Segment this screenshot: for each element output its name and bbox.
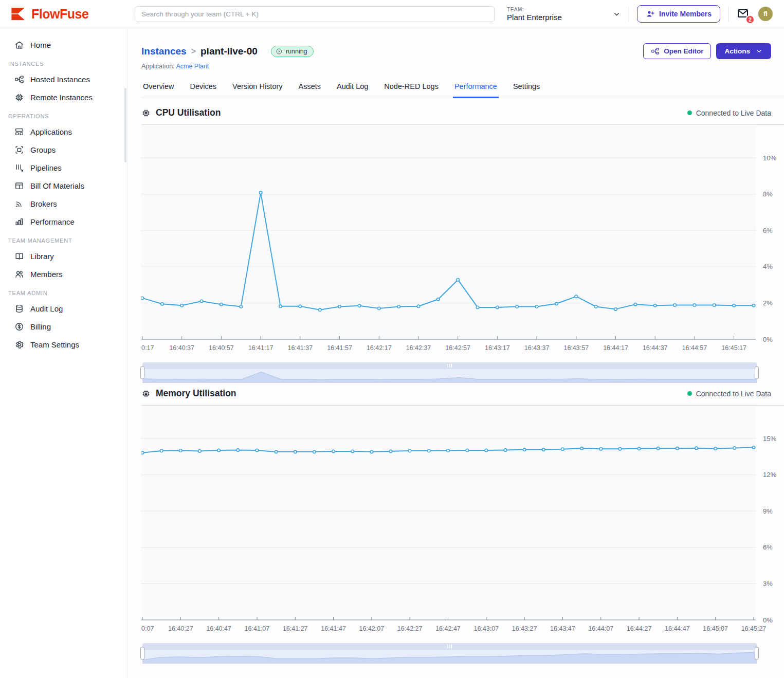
sidebar-item-audit-log[interactable]: Audit Log <box>0 300 127 318</box>
tab-audit-log[interactable]: Audit Log <box>335 78 370 98</box>
svg-text:16:42:07: 16:42:07 <box>359 625 385 632</box>
data-point <box>259 191 262 194</box>
sidebar-item-applications[interactable]: Applications <box>0 123 127 141</box>
data-point <box>409 449 411 452</box>
data-point <box>752 304 755 307</box>
bar-chart-icon <box>14 217 24 227</box>
data-point <box>614 308 617 310</box>
navigator-left-handle[interactable] <box>140 367 144 379</box>
cpu-chip-icon <box>141 108 151 118</box>
data-point <box>217 449 220 451</box>
notification-badge: 2 <box>745 15 755 24</box>
live-status-dot <box>687 391 692 396</box>
sidebar-item-remote-instances[interactable]: Remote Instances <box>0 88 127 106</box>
sidebar-item-label: Remote Instances <box>30 93 93 102</box>
data-point <box>313 450 316 453</box>
navigator-left-handle[interactable] <box>140 647 144 660</box>
cpu-chart-navigator[interactable] <box>142 362 757 383</box>
sidebar-scrollbar[interactable] <box>124 88 126 162</box>
tab-overview[interactable]: Overview <box>141 78 175 98</box>
sidebar-item-hosted-instances[interactable]: Hosted Instances <box>0 70 127 88</box>
chip-icon <box>14 93 24 102</box>
data-point <box>575 295 577 298</box>
data-point <box>634 303 636 306</box>
groups-icon <box>14 145 24 155</box>
invite-members-button[interactable]: Invite Members <box>637 5 720 23</box>
svg-text:16:44:07: 16:44:07 <box>588 625 613 632</box>
svg-text:8%: 8% <box>763 190 773 198</box>
navigator-window[interactable] <box>142 650 757 664</box>
svg-text:16:41:07: 16:41:07 <box>245 625 270 632</box>
data-point <box>389 450 392 452</box>
svg-text:16:43:27: 16:43:27 <box>512 625 537 632</box>
tab-performance[interactable]: Performance <box>453 78 499 98</box>
tab-settings[interactable]: Settings <box>512 78 541 98</box>
tab-devices[interactable]: Devices <box>188 78 218 98</box>
notifications-button[interactable]: 2 <box>736 7 751 21</box>
svg-text:16:41:17: 16:41:17 <box>248 344 274 352</box>
sidebar-item-label: Groups <box>30 145 56 154</box>
svg-text:16:40:37: 16:40:37 <box>169 344 194 352</box>
data-point <box>338 305 341 308</box>
sidebar-item-team-settings[interactable]: Team Settings <box>0 336 127 354</box>
users-icon <box>14 269 24 279</box>
avatar[interactable]: fl <box>758 7 773 21</box>
tab-node-red-logs[interactable]: Node-RED Logs <box>382 78 440 98</box>
svg-text:0:07: 0:07 <box>141 625 154 632</box>
data-point <box>673 304 676 306</box>
data-point <box>714 447 717 450</box>
data-point <box>752 446 755 449</box>
data-point <box>457 279 459 281</box>
flowfuse-logo-icon <box>10 6 27 22</box>
data-point <box>447 449 449 452</box>
svg-text:4%: 4% <box>763 263 773 270</box>
svg-text:12%: 12% <box>763 471 776 479</box>
navigator-right-handle[interactable] <box>755 367 759 379</box>
logo-text: FlowFuse <box>31 7 88 22</box>
flowfuse-logo[interactable]: FlowFuse <box>10 6 135 22</box>
actions-button[interactable]: Actions <box>716 43 771 59</box>
svg-text:0:17: 0:17 <box>141 344 154 352</box>
tab-assets[interactable]: Assets <box>297 78 323 98</box>
top-header: FlowFuse TEAM: Plant Enterprise Invite M… <box>0 0 784 28</box>
memory-chart-navigator[interactable] <box>142 643 757 664</box>
breadcrumb-instances-link[interactable]: Instances <box>141 46 187 57</box>
sidebar-item-members[interactable]: Members <box>0 265 127 283</box>
sidebar-item-brokers[interactable]: Brokers <box>0 195 127 213</box>
home-icon <box>14 40 24 50</box>
sidebar-item-billing[interactable]: Billing <box>0 318 127 336</box>
navigator-window[interactable] <box>142 369 757 383</box>
data-point <box>378 307 380 309</box>
sidebar-item-bill-of-materials[interactable]: Bill Of Materials <box>0 177 127 195</box>
navigator-right-handle[interactable] <box>755 647 759 660</box>
sidebar-section-operations: OPERATIONS <box>0 106 127 123</box>
cpu-utilisation-panel: CPU Utilisation Connected to Live Data 0… <box>141 105 784 383</box>
sidebar-item-performance[interactable]: Performance <box>0 213 127 231</box>
data-point <box>437 298 440 301</box>
data-point <box>595 305 597 308</box>
pipelines-icon <box>14 163 24 173</box>
svg-text:6%: 6% <box>763 227 773 234</box>
svg-text:16:44:27: 16:44:27 <box>627 625 652 632</box>
sidebar-item-pipelines[interactable]: Pipelines <box>0 159 127 177</box>
sidebar-item-groups[interactable]: Groups <box>0 141 127 159</box>
search-input[interactable] <box>135 6 495 22</box>
svg-text:16:41:27: 16:41:27 <box>283 625 308 632</box>
data-point <box>161 303 163 305</box>
data-point <box>693 304 696 306</box>
svg-text:16:41:57: 16:41:57 <box>327 344 352 352</box>
data-point <box>294 450 297 453</box>
application-link[interactable]: Acme Plant <box>176 63 209 70</box>
data-point <box>580 447 583 450</box>
hosted-instances-icon <box>14 75 24 84</box>
open-editor-button[interactable]: Open Editor <box>643 43 711 59</box>
sidebar-item-home[interactable]: Home <box>0 36 127 54</box>
sidebar-item-library[interactable]: Library <box>0 247 127 265</box>
sidebar-item-label: Performance <box>30 217 75 226</box>
svg-text:16:41:47: 16:41:47 <box>321 625 346 632</box>
tab-version-history[interactable]: Version History <box>231 78 284 98</box>
main-content: Instances > plant-live-00 running Open E… <box>127 29 784 678</box>
team-selector[interactable]: TEAM: Plant Enterprise <box>507 7 621 22</box>
data-point <box>332 450 335 452</box>
data-point <box>397 305 400 308</box>
